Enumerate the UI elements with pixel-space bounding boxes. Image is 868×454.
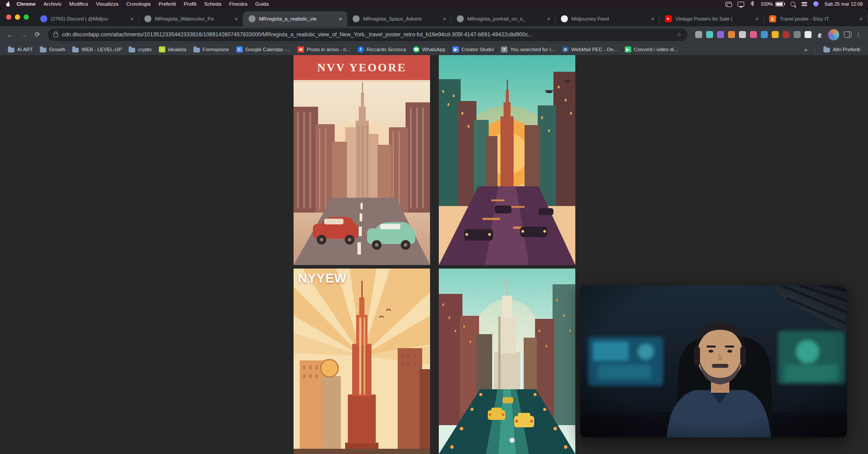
tab-close-icon[interactable]: × — [753, 15, 760, 22]
browser-tab[interactable]: MRregista_portrait_on_a_ × — [452, 11, 556, 26]
menubar-menu-label: Visualizza — [96, 1, 119, 7]
extensions-puzzle-icon[interactable] — [817, 31, 823, 38]
bookmark-item[interactable]: WEB - LEVEL-UP — [69, 43, 125, 56]
apple-menu-icon[interactable] — [5, 1, 11, 7]
bookmark-item[interactable]: crypto — [125, 43, 155, 56]
address-bar[interactable]: cdn.discordapp.com/attachments/101351233… — [48, 28, 687, 41]
back-button[interactable]: ← — [4, 29, 16, 41]
menubar-menus: ChromeArchivioModificaVisualizzaCronolog… — [13, 1, 273, 7]
battery-indicator[interactable]: 100% — [760, 1, 784, 7]
spotlight-search-icon[interactable] — [791, 2, 795, 7]
chrome-menu-button[interactable]: ⋮ — [853, 31, 864, 38]
menubar-menu-item[interactable]: Scheda — [200, 1, 225, 7]
facecam-overlay — [580, 285, 847, 437]
menubar-menu-item[interactable]: Preferiti — [154, 1, 180, 7]
browser-tab[interactable]: MRregista_a_realistic_vie × — [243, 11, 347, 26]
extension-icon[interactable] — [783, 31, 790, 38]
tab-favicon — [144, 15, 151, 22]
close-window-button[interactable] — [6, 14, 11, 20]
tab-title: Vintage Posters for Sale | — [676, 16, 750, 21]
menubar-menu-label: Archivio — [43, 1, 61, 7]
bookmark-favicon: Y — [501, 46, 508, 52]
tab-close-icon[interactable]: × — [337, 15, 344, 22]
poster-bottom-left: NYYEW — [294, 269, 430, 454]
bookmark-star-icon[interactable]: ☆ — [676, 31, 682, 38]
battery-icon — [775, 2, 784, 7]
extension-icon[interactable] — [750, 31, 757, 38]
menubar-menu-label: Scheda — [204, 1, 221, 7]
display-icon[interactable] — [738, 2, 744, 7]
browser-tab[interactable]: ▶ Vintage Posters for Sale | × — [660, 11, 764, 26]
bookmark-label: Google Calendar -... — [245, 47, 291, 52]
tab-close-icon[interactable]: × — [858, 15, 864, 22]
tab-close-icon[interactable]: × — [441, 15, 448, 22]
bookmarks-overflow-button[interactable]: » — [801, 46, 811, 53]
bookmark-item[interactable]: Y You searched for I... — [497, 43, 559, 56]
bookmark-favicon: M — [298, 46, 304, 52]
menubar-menu-item[interactable]: Archivio — [39, 1, 65, 7]
profile-avatar[interactable] — [828, 29, 840, 41]
screen-mirroring-icon[interactable] — [725, 2, 732, 7]
bookmark-favicon — [72, 48, 79, 52]
menubar-menu-item[interactable]: Finestra — [225, 1, 252, 7]
bookmark-favicon: f — [357, 46, 364, 52]
menubar-menu-item[interactable]: Guida — [251, 1, 273, 7]
bookmark-item[interactable]: ▶ Creator Studio — [449, 43, 497, 56]
bookmark-item[interactable]: C Google Calendar -... — [233, 43, 294, 56]
extension-icon[interactable] — [772, 31, 779, 38]
bookmark-item[interactable]: AI ART — [4, 43, 36, 56]
bookmark-label: AI ART — [17, 47, 33, 52]
bookmark-item[interactable]: i idealista — [155, 43, 190, 56]
extension-icon[interactable] — [728, 31, 735, 38]
bookmark-item[interactable]: ☎ WhatsApp — [410, 43, 449, 56]
tab-title: Midjourney Feed — [571, 16, 646, 21]
bookmark-label: WhatsApp — [422, 47, 445, 52]
bookmark-favicon: ▶ — [452, 46, 459, 52]
extension-icon[interactable] — [739, 31, 746, 38]
control-center-icon[interactable] — [802, 2, 807, 6]
midjourney-grid-image[interactable]: NVV YEOORE — [294, 55, 575, 454]
tab-close-icon[interactable]: × — [649, 15, 656, 22]
extension-icon[interactable] — [706, 31, 713, 38]
siri-icon[interactable] — [813, 1, 819, 7]
browser-tab[interactable]: MRregista_Space_Advent × — [347, 11, 452, 26]
bookmark-item[interactable]: Formazione — [190, 43, 233, 56]
reload-button[interactable]: ⟳ — [32, 29, 43, 41]
battery-percent-label: 100% — [760, 1, 773, 7]
site-security-lock-icon[interactable] — [53, 33, 58, 37]
bookmark-item[interactable]: M Posta in arrivo - ri... — [294, 43, 354, 56]
browser-tab[interactable]: Midjourney Feed × — [556, 11, 660, 26]
extension-icon[interactable] — [761, 31, 768, 38]
menubar-menu-item[interactable]: Modifica — [65, 1, 92, 7]
side-panel-icon[interactable] — [844, 31, 851, 38]
menubar-menu-item[interactable]: Visualizza — [92, 1, 122, 7]
extension-icon[interactable] — [794, 31, 801, 38]
bookmark-item[interactable]: f Riccardo Scrocca — [354, 43, 410, 56]
extension-icon[interactable] — [695, 31, 702, 38]
other-bookmarks-button[interactable]: Altri Preferiti — [820, 47, 864, 52]
browser-tab[interactable]: E Travel poster - Etsy IT × — [764, 11, 868, 26]
bookmark-label: Growth — [49, 47, 65, 52]
menubar-clock[interactable]: Sab 25 mar 12:08 — [825, 1, 863, 7]
bookmark-favicon: @ — [562, 46, 569, 52]
tab-close-icon[interactable]: × — [545, 15, 552, 22]
menubar-menu-item[interactable]: Profili — [180, 1, 200, 7]
tab-close-icon[interactable]: × — [233, 15, 240, 22]
browser-tab[interactable]: (2765) Discord | @Midjou × — [35, 11, 139, 26]
tab-close-icon[interactable]: × — [129, 15, 136, 22]
menubar-menu-item[interactable]: Chrome — [13, 1, 39, 7]
browser-tab[interactable]: MRregista_Watercolor_Pa × — [139, 11, 243, 26]
bookmark-item[interactable]: @ WebMail PEC - De... — [559, 43, 621, 56]
extension-icon[interactable] — [805, 31, 812, 38]
menubar-menu-item[interactable]: Cronologia — [122, 1, 155, 7]
zoom-window-button[interactable] — [24, 14, 29, 20]
menubar-menu-label: Guida — [255, 1, 269, 7]
bookmark-item[interactable]: Growth — [36, 43, 69, 56]
minimize-window-button[interactable] — [15, 14, 20, 20]
poster-top-left: NVV YEOORE — [294, 55, 430, 265]
extension-icon[interactable] — [717, 31, 724, 38]
tab-favicon: E — [769, 15, 776, 22]
bookmark-item[interactable]: ▶ Converti i video di... — [621, 43, 682, 56]
forward-button[interactable]: → — [18, 29, 30, 41]
bluetooth-icon[interactable] — [750, 1, 754, 7]
